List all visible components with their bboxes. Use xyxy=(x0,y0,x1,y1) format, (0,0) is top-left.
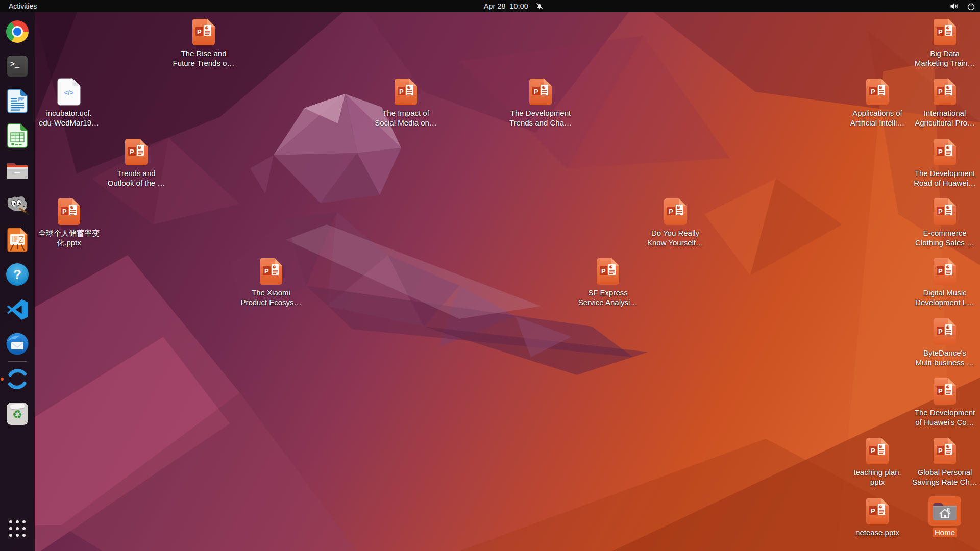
desktop-icon-home[interactable]: Home xyxy=(911,496,978,537)
ppt-file-icon-box: P xyxy=(659,197,691,227)
code-file-icon-box: </> xyxy=(53,77,85,107)
desktop-icon-label: InternationalAgricultural Pro… xyxy=(913,108,977,128)
dock-app-vscode[interactable] xyxy=(5,297,30,321)
desktop-icon-global-savings-rate[interactable]: P Global PersonalSavings Rate Ch… xyxy=(911,436,978,487)
dock-app-calc[interactable] xyxy=(5,123,30,148)
dock-apps: >_ ? xyxy=(5,12,30,356)
dock-app-impress[interactable] xyxy=(5,228,30,252)
desktop-icon-label: ByteDance'sMulti-business … xyxy=(913,348,976,367)
powerpoint-file-icon: P xyxy=(866,78,889,106)
desktop-icon-development-huawei-co[interactable]: P The Developmentof Huawei's Co… xyxy=(911,377,978,427)
powerpoint-file-icon: P xyxy=(933,198,957,226)
help-icon: ? xyxy=(6,263,29,286)
libreoffice-writer-icon xyxy=(6,89,29,113)
gimp-icon xyxy=(6,193,29,217)
svg-text:P: P xyxy=(871,88,875,95)
desktop-icon-development-trends-cha[interactable]: P The DevelopmentTrends and Cha… xyxy=(507,77,574,128)
desktop-icon-applications-ai[interactable]: P Applications ofArtificial Intelli… xyxy=(844,77,911,128)
svg-text:P: P xyxy=(264,267,269,275)
libreoffice-impress-icon xyxy=(6,228,29,252)
ppt-file-icon-box: P xyxy=(120,137,152,167)
desktop-icon-label: incubator.ucf.edu-WedMar19… xyxy=(37,108,101,128)
trash-icon: ♻ xyxy=(7,403,28,425)
clock-label: Apr 28 10:00 xyxy=(484,2,528,10)
desktop-icon-incubator-html[interactable]: </> incubator.ucf.edu-WedMar19… xyxy=(35,77,103,128)
ppt-file-icon-box: P xyxy=(862,77,893,107)
desktop-icon-label: SF ExpressService Analysi… xyxy=(576,288,640,307)
dock-app-writer[interactable] xyxy=(5,89,30,113)
activities-button[interactable]: Activities xyxy=(0,0,45,12)
dock-app-files[interactable] xyxy=(5,158,30,183)
ppt-file-icon-box: P xyxy=(592,257,624,286)
dock-app-chrome[interactable] xyxy=(5,19,30,44)
dock-app-trash[interactable]: ♻ xyxy=(5,402,30,426)
volume-icon[interactable] xyxy=(950,3,959,10)
desktop-icon-rise-future-trends[interactable]: P The Rise andFuture Trends o… xyxy=(170,17,237,68)
top-bar: Activities Apr 28 10:00 xyxy=(0,0,980,12)
ppt-file-icon-box: P xyxy=(390,77,422,107)
desktop-icon-label: Home xyxy=(933,528,957,537)
desktop-icon-sf-express[interactable]: P SF ExpressService Analysi… xyxy=(574,257,642,307)
desktop-icon-do-you-really-know[interactable]: P Do You ReallyKnow Yourself… xyxy=(642,197,709,247)
desktop-icon-label: Big DataMarketing Train… xyxy=(913,48,977,68)
ppt-file-icon-box: P xyxy=(929,17,961,47)
thunderbird-icon xyxy=(6,332,29,356)
desktop-icons: P The Rise andFuture Trends o… P Big Dat… xyxy=(0,0,980,551)
dock-app-thunderbird[interactable] xyxy=(5,332,30,356)
dock-app-updater[interactable] xyxy=(5,367,30,391)
svg-text:P: P xyxy=(601,267,606,275)
system-status-area xyxy=(950,0,975,12)
desktop-icon-label: Digital MusicDevelopment L… xyxy=(913,288,976,307)
desktop-icon-bytedance-multibusiness[interactable]: P ByteDance'sMulti-business … xyxy=(911,317,978,367)
clock-button[interactable]: Apr 28 10:00 xyxy=(484,0,544,12)
home-file-icon-box xyxy=(928,496,961,526)
svg-text:P: P xyxy=(130,148,134,156)
desktop-icon-label: The Developmentof Huawei's Co… xyxy=(913,408,977,427)
home-folder-icon xyxy=(932,500,958,522)
notifications-muted-icon xyxy=(535,2,544,10)
desktop-icon-xiaomi-ecosystem[interactable]: P The XiaomiProduct Ecosys… xyxy=(237,257,305,307)
svg-text:P: P xyxy=(534,88,538,95)
svg-text:P: P xyxy=(938,88,943,95)
desktop-icon-big-data-marketing[interactable]: P Big DataMarketing Train… xyxy=(911,17,978,68)
svg-text:P: P xyxy=(669,208,673,215)
ppt-file-icon-box: P xyxy=(53,197,85,227)
powerpoint-file-icon: P xyxy=(866,437,889,465)
svg-text:P: P xyxy=(871,447,875,455)
power-icon[interactable] xyxy=(967,3,975,10)
desktop-icon-trends-outlook[interactable]: P Trends andOutlook of the … xyxy=(103,137,170,188)
ppt-file-icon-box: P xyxy=(929,77,961,107)
desktop-icon-label: teaching plan.pptx xyxy=(851,467,903,487)
desktop-icon-international-agricultural[interactable]: P InternationalAgricultural Pro… xyxy=(911,77,978,128)
ppt-file-icon-box: P xyxy=(929,137,961,167)
desktop-icon-impact-social-media[interactable]: P The Impact ofSocial Media on… xyxy=(372,77,439,128)
ppt-file-icon-box: P xyxy=(929,436,961,466)
powerpoint-file-icon: P xyxy=(933,437,957,465)
show-apps-button[interactable] xyxy=(6,517,29,540)
powerpoint-file-icon: P xyxy=(933,138,957,166)
apps-grid-icon xyxy=(9,520,26,537)
desktop-icon-global-savings-cn[interactable]: P 全球个人储蓄率变化.pptx xyxy=(35,197,103,247)
svg-text:P: P xyxy=(62,208,67,215)
dock-app-help[interactable]: ? xyxy=(5,262,30,287)
powerpoint-file-icon: P xyxy=(259,258,283,285)
dock: >_ ? ♻ xyxy=(0,12,35,551)
powerpoint-file-icon: P xyxy=(866,497,889,525)
ubuntu-desktop: Activities Apr 28 10:00 xyxy=(0,0,980,551)
svg-text:P: P xyxy=(938,387,943,395)
desktop-icon-ecommerce-clothing[interactable]: P E-commerceClothing Sales … xyxy=(911,197,978,247)
ppt-file-icon-box: P xyxy=(255,257,287,286)
desktop-icon-development-road-huawei[interactable]: P The DevelopmentRoad of Huawei… xyxy=(911,137,978,188)
desktop-icon-netease[interactable]: P netease.pptx xyxy=(844,496,911,537)
dock-app-terminal[interactable]: >_ xyxy=(5,54,30,79)
ppt-file-icon-box: P xyxy=(525,77,556,107)
ppt-file-icon-box: P xyxy=(929,197,961,227)
dock-lower: ♻ xyxy=(5,367,30,426)
desktop-icon-label: netease.pptx xyxy=(853,528,901,537)
chrome-icon xyxy=(6,20,29,43)
desktop-icon-digital-music[interactable]: P Digital MusicDevelopment L… xyxy=(911,257,978,307)
ppt-file-icon-box: P xyxy=(929,377,961,406)
dock-divider xyxy=(8,361,27,362)
dock-app-gimp[interactable] xyxy=(5,193,30,217)
desktop-icon-teaching-plan[interactable]: P teaching plan.pptx xyxy=(844,436,911,487)
